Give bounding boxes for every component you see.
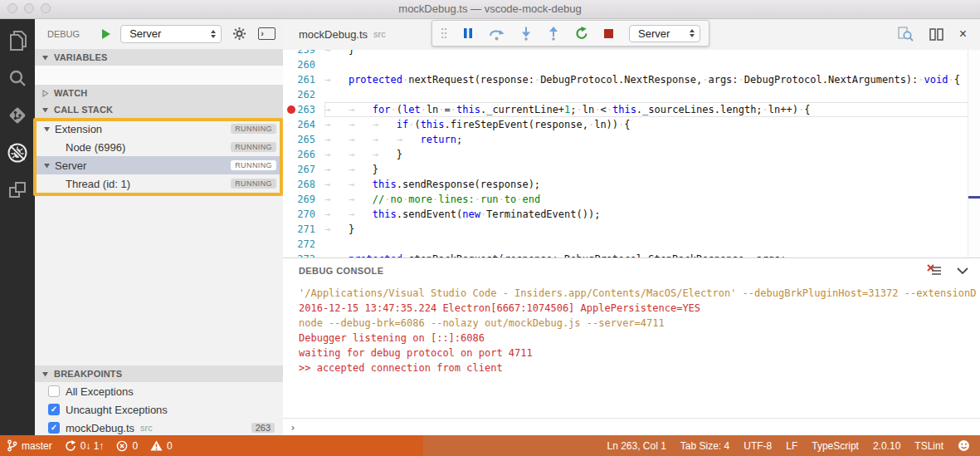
line-number-gutter[interactable]: 261 (283, 72, 324, 87)
code-token: } (397, 149, 402, 160)
status-item[interactable]: TypeScript (812, 440, 859, 452)
code-line[interactable]: 263→ → for·(let·ln·=·this._currentLine+1… (283, 102, 980, 117)
tab-mockdebug[interactable]: mockDebug.ts (299, 28, 368, 41)
line-number-gutter[interactable]: 272 (283, 237, 324, 252)
step-into-icon[interactable] (520, 27, 532, 41)
code-line[interactable]: 268→ → this.sendResponse(response); (283, 177, 980, 192)
code-line[interactable]: 261→ protected·nextRequest(response:·Deb… (283, 72, 980, 87)
breakpoint-checkbox[interactable] (48, 385, 60, 397)
line-number-gutter[interactable]: 266 (283, 147, 324, 162)
code-text (324, 87, 980, 102)
line-number: 259 (297, 50, 315, 56)
code-token: protected (349, 74, 402, 86)
callstack-item[interactable]: ServerRUNNING (35, 156, 283, 174)
find-in-file-icon[interactable] (898, 27, 914, 42)
line-number-gutter[interactable]: 268 (283, 177, 324, 192)
line-number-gutter[interactable]: 269 (283, 192, 324, 207)
status-item[interactable]: Tab Size: 4 (680, 440, 729, 452)
launch-config-dropdown[interactable]: Server (120, 25, 222, 43)
code-line[interactable]: 270→ → this.sendEvent(new·TerminatedEven… (283, 207, 980, 222)
restart-icon[interactable] (575, 27, 588, 40)
line-number-gutter[interactable]: 267 (283, 162, 324, 177)
code-line[interactable]: 264→ → → if·(this.fireStepEvent(response… (283, 117, 980, 132)
drag-handle-icon[interactable] (441, 27, 447, 39)
code-text: → → → } (324, 147, 980, 162)
search-icon[interactable] (7, 67, 28, 89)
line-number: 270 (297, 208, 315, 220)
code-token: this (421, 119, 445, 130)
breakpoint-item[interactable]: All Exceptions (35, 382, 283, 400)
code-token: end (523, 194, 541, 205)
step-over-icon[interactable] (489, 27, 505, 41)
sync-status[interactable]: 0↓ 1↑ (65, 440, 105, 452)
breakpoint-item[interactable]: ✓Uncaught Exceptions (35, 400, 283, 419)
callstack-item[interactable]: Thread (id: 1)RUNNING (35, 174, 283, 193)
pause-icon[interactable] (463, 27, 473, 39)
step-out-icon[interactable] (548, 27, 559, 41)
code-token: ( (397, 104, 402, 115)
status-item[interactable]: 2.0.10 (873, 440, 900, 452)
source-control-icon[interactable] (7, 105, 28, 126)
line-number-gutter[interactable]: 259 (283, 50, 324, 57)
line-number-gutter[interactable]: 263 (283, 102, 324, 117)
twistie-expanded-icon (41, 54, 49, 61)
code-line[interactable]: 266→ → → } (283, 147, 980, 162)
breakpoint-checkbox[interactable]: ✓ (48, 422, 60, 434)
close-editor-icon[interactable]: × (959, 27, 967, 41)
status-item[interactable]: LF (786, 440, 797, 452)
section-watch[interactable]: WATCH (35, 85, 283, 101)
code-line[interactable]: 269→ → //·no·more·lines:·run·to·end (283, 192, 980, 207)
status-bar-right: Ln 263, Col 1Tab Size: 4UTF-8LFTypeScrip… (423, 435, 980, 456)
git-branch-status[interactable]: master (7, 439, 52, 452)
code-line[interactable]: 267→ → } (283, 162, 980, 177)
code-token: args: (708, 74, 738, 86)
stop-icon[interactable] (604, 29, 613, 38)
window-title: mockDebug.ts — vscode-mock-debug (0, 0, 980, 17)
clear-console-icon[interactable] (927, 264, 943, 277)
debug-icon[interactable] (7, 142, 28, 164)
console-input[interactable]: › (283, 418, 980, 435)
feedback-smiley-icon[interactable] (958, 439, 970, 452)
line-number-gutter[interactable]: 271 (283, 222, 324, 237)
extensions-icon[interactable] (7, 179, 28, 201)
line-number-gutter[interactable]: 265 (283, 132, 324, 147)
code-line[interactable]: 271→ } (283, 222, 980, 237)
zoom-window-button[interactable] (41, 3, 51, 13)
code-line[interactable]: 262 (283, 87, 980, 102)
code-area[interactable]: 259→ }260261→ protected·nextRequest(resp… (283, 50, 980, 257)
status-item[interactable]: Ln 263, Col 1 (607, 440, 666, 452)
breakpoint-item[interactable]: ✓mockDebug.tssrc263 (35, 419, 283, 435)
line-number-gutter[interactable]: 260 (283, 57, 324, 72)
space-dot: · (577, 104, 583, 115)
code-line[interactable]: 273→ protected·stepBackRequest(response:… (283, 252, 980, 257)
code-line[interactable]: 260 (283, 57, 980, 72)
line-number-gutter[interactable]: 264 (283, 117, 324, 132)
open-debug-console-button[interactable]: › (258, 27, 275, 40)
errors-status[interactable]: 0 (116, 440, 138, 452)
start-debugging-button[interactable] (101, 28, 111, 40)
breakpoint-dot[interactable] (287, 105, 295, 114)
status-item[interactable]: TSLint (914, 440, 943, 452)
line-number-gutter[interactable]: 270 (283, 207, 324, 222)
code-line[interactable]: 259→ } (283, 50, 980, 57)
configure-gear-button[interactable] (232, 27, 246, 41)
status-item[interactable]: UTF-8 (744, 440, 772, 452)
section-variables[interactable]: VARIABLES (35, 49, 283, 66)
close-window-button[interactable] (7, 3, 17, 13)
line-number-gutter[interactable]: 273 (283, 252, 324, 257)
callstack-item[interactable]: Node (6996)RUNNING (35, 138, 283, 156)
split-editor-icon[interactable] (929, 28, 943, 41)
breakpoint-checkbox[interactable]: ✓ (48, 404, 60, 415)
minimize-window-button[interactable] (24, 3, 34, 13)
section-call-stack[interactable]: CALL STACK (35, 101, 283, 118)
code-line[interactable]: 272 (283, 237, 980, 252)
toolbar-launch-config-dropdown[interactable]: Server (629, 25, 700, 42)
callstack-item[interactable]: ExtensionRUNNING (35, 120, 283, 138)
warnings-status[interactable]: 0 (150, 440, 173, 452)
overview-ruler[interactable] (968, 50, 980, 257)
section-breakpoints[interactable]: BREAKPOINTS (35, 365, 283, 382)
line-number-gutter[interactable]: 262 (283, 87, 324, 102)
chevron-down-icon[interactable] (957, 267, 968, 275)
files-icon[interactable] (7, 30, 28, 51)
code-line[interactable]: 265→ → → → return; (283, 132, 980, 147)
